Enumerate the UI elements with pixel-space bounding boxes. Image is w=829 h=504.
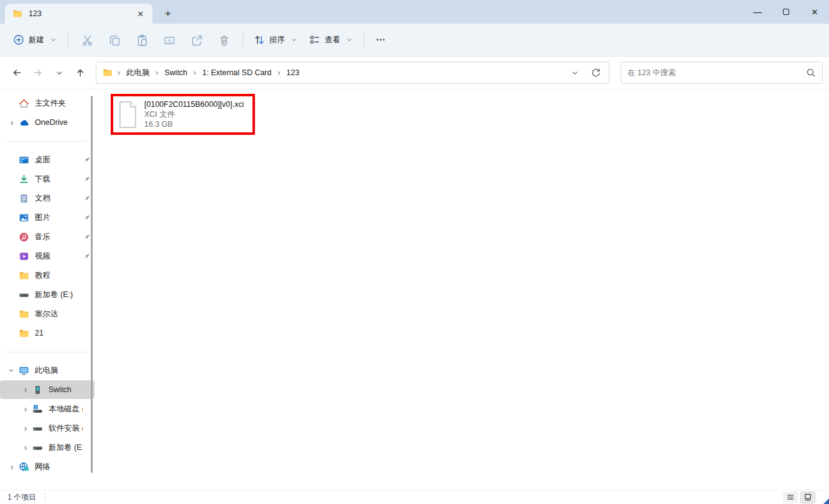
pin-icon	[83, 214, 91, 222]
delete-button[interactable]	[210, 29, 238, 51]
item-count: 1 个项目	[7, 492, 36, 503]
sidebar-item-label: 文档	[35, 193, 50, 204]
tab-title: 123	[29, 9, 134, 18]
breadcrumb-item[interactable]: 123	[285, 66, 301, 79]
cut-icon	[81, 34, 93, 46]
more-options-button[interactable]	[369, 29, 392, 51]
recent-locations-button[interactable]	[49, 62, 70, 83]
sidebar-item-主文件夹[interactable]: › 主文件夹	[0, 94, 95, 112]
address-bar[interactable]: › 此电脑 › Switch › 1: External SD Card › 1…	[96, 62, 609, 84]
sidebar-item-下载[interactable]: › 下载	[0, 170, 95, 188]
status-separator	[45, 493, 45, 502]
new-button[interactable]: 新建	[7, 30, 63, 50]
sidebar-item-音乐[interactable]: › 音乐	[0, 227, 95, 246]
view-button[interactable]: 查看	[303, 30, 359, 50]
sidebar-item-label: 本地磁盘 (C:)	[49, 404, 83, 415]
chevron-right-icon[interactable]: ›	[7, 365, 16, 376]
file-meta: [0100F2C0115B6000][v0].xci XCI 文件 16.3 G…	[144, 99, 244, 129]
sidebar-item-新加卷 (E:)[interactable]: › 新加卷 (E:)	[0, 438, 95, 457]
pin-icon	[83, 195, 91, 203]
large-thumbnails-view-button[interactable]	[800, 492, 815, 503]
sort-icon	[254, 34, 265, 45]
breadcrumb-item[interactable]: 1: External SD Card	[201, 66, 272, 79]
svg-text:A: A	[167, 37, 171, 44]
maximize-button[interactable]	[772, 2, 800, 21]
sidebar-item-本地磁盘 (C:)[interactable]: › 本地磁盘 (C:)	[0, 400, 95, 418]
file-size: 16.3 GB	[144, 119, 244, 129]
item-icon	[19, 309, 29, 319]
sidebar-item-塞尔达[interactable]: › 塞尔达	[0, 305, 95, 323]
new-tab-button[interactable]: +	[160, 6, 176, 22]
cut-button[interactable]	[73, 29, 101, 51]
sidebar-item-OneDrive[interactable]: › OneDrive	[0, 113, 95, 132]
sidebar-item-软件安装 (D:)[interactable]: › 软件安装 (D:)	[0, 419, 95, 438]
rename-button[interactable]: A	[155, 29, 183, 51]
sidebar-item-label: 网络	[35, 462, 50, 472]
sidebar-item-此电脑[interactable]: › 此电脑	[0, 361, 95, 380]
search-input[interactable]	[628, 68, 806, 77]
chevron-right-icon[interactable]: ›	[20, 424, 31, 433]
sidebar-item-21[interactable]: › 21	[0, 324, 95, 342]
search-box	[621, 62, 823, 84]
refresh-button[interactable]	[586, 63, 605, 82]
chevron-right-icon[interactable]: ›	[20, 443, 31, 452]
chevron-right-icon[interactable]: ›	[20, 405, 31, 413]
chevron-down-icon	[55, 69, 63, 77]
back-button[interactable]	[6, 62, 27, 83]
item-icon	[32, 385, 43, 395]
chevron-right-icon[interactable]: ›	[6, 118, 17, 127]
up-button[interactable]	[70, 62, 91, 83]
sidebar-item-教程[interactable]: › 教程	[0, 266, 95, 285]
file-icon	[118, 101, 137, 129]
explorer-tab[interactable]: 123 ✕	[5, 4, 152, 24]
file-list: [0100F2C0115B6000][v0].xci XCI 文件 16.3 G…	[95, 89, 829, 477]
red-highlight-border: [0100F2C0115B6000][v0].xci XCI 文件 16.3 G…	[111, 94, 255, 135]
maximize-icon	[783, 9, 789, 15]
plus-circle-icon	[13, 34, 24, 45]
sidebar-scrollbar[interactable]	[91, 96, 93, 473]
address-dropdown-button[interactable]	[565, 63, 584, 82]
breadcrumb-item[interactable]: 此电脑	[125, 66, 151, 80]
sidebar-item-桌面[interactable]: › 桌面	[0, 150, 95, 169]
paste-button[interactable]	[128, 29, 155, 51]
view-toggles	[783, 492, 815, 503]
share-icon	[191, 34, 203, 46]
file-name: [0100F2C0115B6000][v0].xci	[144, 99, 244, 109]
sidebar-item-label: 此电脑	[35, 365, 58, 376]
file-item[interactable]: [0100F2C0115B6000][v0].xci XCI 文件 16.3 G…	[113, 96, 252, 132]
details-view-button[interactable]	[783, 492, 798, 503]
resize-grip[interactable]	[823, 498, 829, 504]
chevron-right-icon[interactable]: ›	[20, 385, 31, 394]
sidebar-item-Switch[interactable]: › Switch	[0, 380, 95, 399]
breadcrumb-separator: ›	[278, 68, 280, 77]
breadcrumb-separator: ›	[118, 68, 120, 77]
sidebar-item-网络[interactable]: › 网络	[0, 457, 95, 476]
titlebar: 123 ✕ + — ✕	[0, 0, 829, 24]
item-icon	[19, 117, 29, 128]
sidebar-item-label: 新加卷 (E:)	[35, 290, 73, 300]
toolbar-separator	[68, 32, 68, 48]
forward-button[interactable]	[27, 62, 49, 83]
sidebar-item-文档[interactable]: › 文档	[0, 189, 95, 208]
minimize-button[interactable]: —	[743, 2, 772, 21]
breadcrumb-separator: ›	[193, 68, 196, 77]
share-button[interactable]	[183, 29, 210, 51]
item-icon	[19, 290, 29, 300]
copy-button[interactable]	[101, 29, 128, 51]
copy-icon	[109, 34, 121, 46]
sidebar-item-label: 音乐	[35, 232, 50, 242]
sidebar-item-视频[interactable]: › 视频	[0, 247, 95, 265]
close-button[interactable]: ✕	[800, 2, 829, 21]
view-icon	[309, 34, 320, 45]
sort-button[interactable]: 排序	[248, 30, 303, 50]
chevron-right-icon[interactable]: ›	[6, 462, 17, 471]
sidebar-item-新加卷 (E:)[interactable]: › 新加卷 (E:)	[0, 285, 95, 304]
item-icon	[19, 155, 29, 165]
sidebar-item-图片[interactable]: › 图片	[0, 208, 95, 227]
breadcrumb-item[interactable]: Switch	[164, 66, 189, 79]
sidebar-item-label: 21	[35, 329, 44, 337]
pin-icon	[83, 252, 91, 260]
tab-close-icon[interactable]: ✕	[134, 7, 147, 21]
sidebar-item-label: 图片	[35, 213, 50, 223]
sort-label: 排序	[269, 35, 285, 45]
